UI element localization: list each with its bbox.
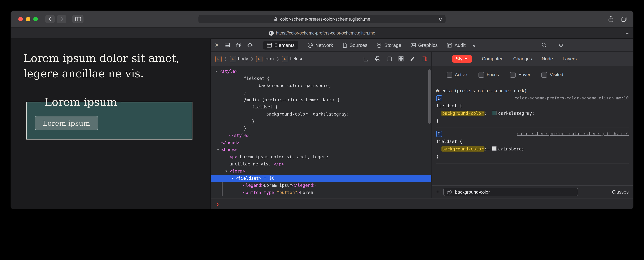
disclosure-triangle-icon[interactable]: ▼ bbox=[216, 146, 220, 154]
dom-tree-row[interactable]: } bbox=[211, 118, 431, 125]
property-value[interactable]: gainsboro bbox=[498, 146, 522, 152]
rule-selector: fieldset { bbox=[436, 102, 629, 109]
dom-tree-row[interactable]: background-color: gainsboro; bbox=[211, 82, 431, 89]
detach-window-button[interactable] bbox=[235, 42, 241, 48]
back-button[interactable] bbox=[45, 15, 55, 23]
tab-favicon: C bbox=[269, 31, 274, 36]
fieldset-button[interactable]: Lorem ipsum bbox=[35, 116, 98, 130]
css-source-link[interactable]: color-scheme-prefers-color-scheme.glitch… bbox=[515, 94, 629, 102]
property-name[interactable]: background-color bbox=[442, 146, 484, 152]
css-source-link[interactable]: color-scheme-prefers-color-scheme.glitch… bbox=[517, 130, 629, 138]
tab-graphics[interactable]: Graphics bbox=[410, 41, 438, 49]
css-source-badge-icon[interactable]: {} bbox=[436, 131, 442, 137]
rulers-button[interactable] bbox=[363, 56, 369, 62]
css-declaration-overridden[interactable]: background-color: gainsboro; bbox=[436, 145, 629, 153]
pseudo-hover-toggle[interactable]: Hover bbox=[510, 72, 530, 77]
property-value[interactable]: darkslategray bbox=[498, 111, 532, 116]
appearance-button[interactable] bbox=[386, 56, 392, 62]
dom-tree-row[interactable]: ▼<form> bbox=[211, 168, 431, 175]
dom-tree-row[interactable]: <p> Lorem ipsum dolor sit amet, legere bbox=[211, 154, 431, 161]
address-bar[interactable]: color-scheme-prefers-color-scheme.glitch… bbox=[198, 15, 446, 23]
disclosure-triangle-icon[interactable]: ▼ bbox=[224, 168, 228, 175]
edit-button[interactable] bbox=[410, 56, 416, 62]
tabs-overview-button[interactable] bbox=[621, 16, 627, 22]
dom-tree-row[interactable]: </head> bbox=[211, 139, 431, 146]
settings-button[interactable]: ⚙ bbox=[558, 42, 564, 48]
tab-styles[interactable]: Styles bbox=[452, 55, 472, 63]
search-button[interactable] bbox=[541, 42, 547, 48]
breadcrumb-item-fieldset[interactable]: E fieldset bbox=[282, 56, 305, 62]
tab-changes[interactable]: Changes bbox=[513, 56, 532, 62]
checkbox-icon[interactable] bbox=[542, 72, 547, 77]
colon: : bbox=[484, 111, 490, 116]
add-rule-button[interactable]: + bbox=[436, 189, 440, 195]
dom-tree-row[interactable]: ▼<style> bbox=[211, 68, 431, 75]
property-name[interactable]: background-color bbox=[442, 111, 484, 116]
traffic-lights bbox=[18, 17, 38, 21]
element-badge: E bbox=[230, 56, 236, 62]
tab-node[interactable]: Node bbox=[542, 56, 553, 62]
pseudo-active-toggle[interactable]: Active bbox=[447, 72, 467, 77]
dom-tree-row[interactable]: </style> bbox=[211, 132, 431, 139]
tab-elements[interactable]: Elements bbox=[263, 41, 298, 49]
dom-tree-row[interactable]: ancillae ne vis. </p> bbox=[211, 161, 431, 168]
style-filter-input[interactable] bbox=[454, 189, 575, 195]
dom-tree-row[interactable]: @media (prefers-color-scheme: dark) { bbox=[211, 96, 431, 103]
tab-sources[interactable]: Sources bbox=[342, 41, 367, 49]
active-tab[interactable]: C https://color-scheme-prefers-color-sch… bbox=[269, 31, 375, 36]
breadcrumb-item-form[interactable]: E form bbox=[256, 56, 274, 62]
pseudo-visited-toggle[interactable]: Visited bbox=[542, 72, 563, 77]
style-filter-field[interactable] bbox=[444, 188, 578, 196]
css-declaration[interactable]: background-color: darkslategray; bbox=[436, 109, 629, 117]
classes-toggle-button[interactable]: Classes bbox=[612, 189, 629, 195]
dom-tree-row-selected[interactable]: ▼<fieldset> = $0 bbox=[211, 175, 431, 182]
share-button[interactable] bbox=[608, 16, 614, 23]
print-styles-button[interactable] bbox=[375, 56, 381, 62]
screen: color-scheme-prefers-color-scheme.glitch… bbox=[0, 0, 644, 260]
dom-tree-row[interactable]: ▼<body> bbox=[211, 146, 431, 154]
page-viewport: Lorem ipsum dolor sit amet, legere ancil… bbox=[11, 39, 211, 209]
dom-tree-row[interactable]: <button type="button">Lorem bbox=[211, 189, 431, 196]
sidebar-toggle-button[interactable] bbox=[72, 15, 84, 23]
dom-tree-row[interactable]: } bbox=[211, 89, 431, 96]
minimize-button[interactable] bbox=[26, 17, 30, 21]
breadcrumb-item-html[interactable]: E bbox=[215, 56, 222, 62]
disclosure-triangle-icon[interactable]: ▼ bbox=[214, 68, 218, 75]
disclosure-triangle-icon[interactable]: ▼ bbox=[230, 175, 234, 182]
css-source-badge-icon[interactable]: {} bbox=[436, 95, 442, 101]
element-highlight-toggle-button[interactable] bbox=[421, 56, 428, 62]
quick-console[interactable]: ❯ bbox=[211, 198, 633, 209]
dom-tree-row[interactable]: background-color: darkslategray; bbox=[211, 111, 431, 118]
color-swatch[interactable] bbox=[492, 146, 496, 151]
tab-storage[interactable]: Storage bbox=[376, 41, 402, 49]
checkbox-icon[interactable] bbox=[478, 72, 484, 77]
tab-layers[interactable]: Layers bbox=[562, 56, 576, 62]
grid-overlay-button[interactable] bbox=[398, 56, 404, 62]
zoom-button[interactable] bbox=[33, 17, 38, 21]
breadcrumb-item-body[interactable]: E body bbox=[230, 56, 248, 62]
close-inspector-button[interactable]: ✕ bbox=[214, 42, 219, 48]
tab-audit[interactable]: Audit bbox=[447, 41, 466, 49]
styles-panel: Active Focus Hover Visited @media (prefe… bbox=[432, 66, 633, 198]
element-picker-button[interactable] bbox=[246, 42, 253, 48]
checkbox-icon[interactable] bbox=[447, 72, 452, 77]
checkbox-icon[interactable] bbox=[510, 72, 516, 77]
more-tabs-button[interactable]: » bbox=[472, 42, 476, 48]
code-segment: fieldset { bbox=[252, 104, 278, 109]
dock-bottom-button[interactable] bbox=[224, 42, 230, 48]
dom-tree-row[interactable]: } bbox=[211, 125, 431, 132]
new-tab-button[interactable]: + bbox=[625, 30, 629, 36]
pseudo-focus-toggle[interactable]: Focus bbox=[478, 72, 499, 77]
refresh-button[interactable]: ↻ bbox=[438, 17, 442, 22]
forward-button[interactable] bbox=[57, 15, 66, 23]
tree-scrollbar[interactable] bbox=[428, 69, 430, 124]
close-button[interactable] bbox=[18, 17, 23, 21]
code-segment: <legend> bbox=[243, 183, 264, 188]
dom-tree-row[interactable]: fieldset { bbox=[211, 103, 431, 111]
tab-network[interactable]: Network bbox=[308, 41, 333, 49]
tab-computed[interactable]: Computed bbox=[482, 56, 504, 62]
tab-graphics-label: Graphics bbox=[418, 42, 438, 48]
dom-tree-row[interactable]: <legend>Lorem ipsum</legend> bbox=[211, 182, 431, 189]
dom-tree-row[interactable]: fieldset { bbox=[211, 75, 431, 82]
color-swatch[interactable] bbox=[492, 111, 496, 115]
